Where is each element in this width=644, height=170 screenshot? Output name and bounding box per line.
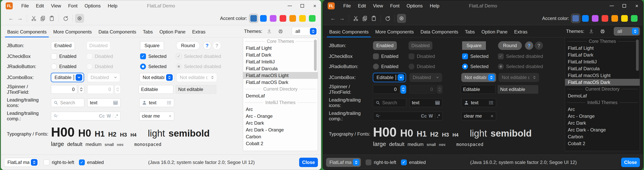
- theme-item[interactable]: DemoLaf: [565, 92, 640, 99]
- accent-swatch-default[interactable]: [572, 15, 579, 22]
- close-dialog-button[interactable]: Close: [299, 158, 318, 167]
- spinner-stepper[interactable]: [78, 85, 84, 94]
- menu-options[interactable]: Options: [82, 2, 104, 10]
- checkbox-selected[interactable]: ✓ Selected: [462, 53, 498, 59]
- match-case-button[interactable]: Cc: [99, 113, 105, 119]
- forward-button[interactable]: →: [16, 14, 24, 23]
- accent-swatch-purple[interactable]: [270, 15, 276, 22]
- search-dropdown-icon[interactable]: [54, 113, 58, 119]
- checkbox-selected[interactable]: ✓ Selected: [140, 53, 176, 59]
- menu-help[interactable]: Help: [427, 2, 442, 10]
- menu-view[interactable]: View: [48, 2, 64, 10]
- tab-option-pane[interactable]: Option Pane: [479, 27, 510, 37]
- theme-item[interactable]: FlatLaf IntelliJ: [565, 58, 640, 65]
- inspect-toggle-button[interactable]: [397, 14, 406, 23]
- list-icon[interactable]: [166, 100, 172, 105]
- theme-item[interactable]: FlatLaf Darcula: [565, 65, 640, 72]
- editable-textfield[interactable]: Editable: [138, 85, 173, 94]
- accent-swatch-purple[interactable]: [592, 15, 598, 22]
- theme-item[interactable]: FlatLaf Dark: [565, 51, 640, 58]
- theme-item[interactable]: FlatLaf Darcula: [243, 65, 318, 72]
- menu-font[interactable]: Font: [66, 2, 80, 10]
- accent-swatch-default[interactable]: [250, 15, 257, 22]
- user-field[interactable]: text: [139, 98, 174, 107]
- theme-item[interactable]: FlatLaf Light: [243, 45, 318, 51]
- accent-swatch-red[interactable]: [280, 15, 286, 22]
- search-field[interactable]: Search: [373, 98, 406, 107]
- help-button[interactable]: ?: [525, 42, 533, 50]
- back-button[interactable]: ←: [328, 14, 338, 23]
- accent-swatch-red[interactable]: [602, 15, 608, 22]
- tab-data-components[interactable]: Data Components: [96, 27, 139, 37]
- theme-item[interactable]: DemoLaf: [243, 92, 318, 99]
- calendar-icon[interactable]: [113, 100, 118, 105]
- date-field[interactable]: text: [87, 98, 120, 107]
- minimize-button[interactable]: [606, 0, 618, 12]
- help-button[interactable]: ?: [203, 42, 211, 50]
- editable-combobox[interactable]: Editable: [51, 73, 84, 82]
- not-editable-combobox[interactable]: Not editable: [461, 73, 496, 82]
- paste-button[interactable]: [369, 14, 378, 23]
- spinner-stepper[interactable]: [400, 85, 406, 94]
- enabled-checkbox[interactable]: ✓ enabled: [79, 159, 104, 165]
- close-dialog-button[interactable]: Close: [621, 158, 640, 167]
- tab-tabs[interactable]: Tabs: [140, 27, 156, 37]
- theme-item[interactable]: Arc: [565, 106, 640, 113]
- theme-item[interactable]: Arc Dark: [565, 119, 640, 126]
- theme-item[interactable]: Arc Dark: [243, 119, 318, 126]
- regex-button[interactable]: .*: [115, 113, 118, 119]
- checkbox-enabled[interactable]: Enabled: [373, 53, 408, 59]
- tab-more-components[interactable]: More Components: [50, 27, 94, 37]
- whole-word-button[interactable]: W: [429, 113, 433, 119]
- list-icon[interactable]: [488, 100, 494, 105]
- theme-item-selected[interactable]: FlatLaf macOS Dark: [565, 79, 640, 86]
- round-button[interactable]: Round: [498, 41, 522, 50]
- checkbox-enabled[interactable]: Enabled: [51, 53, 86, 59]
- cut-button[interactable]: [29, 14, 38, 23]
- right-to-left-checkbox[interactable]: right-to-left: [44, 159, 74, 165]
- accent-swatch-blue[interactable]: [260, 15, 267, 22]
- whole-word-button[interactable]: W: [107, 113, 111, 119]
- copy-button[interactable]: [38, 14, 47, 23]
- download-button[interactable]: [587, 27, 596, 36]
- themes-filter-select[interactable]: all: [292, 27, 318, 36]
- accent-swatch-blue[interactable]: [582, 15, 589, 22]
- theme-item[interactable]: Arc - Orange: [243, 113, 318, 119]
- minimize-button[interactable]: [284, 0, 296, 12]
- round-button[interactable]: Round: [176, 41, 200, 50]
- close-button[interactable]: ×: [308, 0, 321, 12]
- theme-item[interactable]: FlatLaf macOS Dark: [243, 79, 318, 86]
- themes-filter-select[interactable]: all: [614, 27, 640, 36]
- not-editable-combobox[interactable]: Not editable: [139, 73, 174, 82]
- cut-button[interactable]: [351, 14, 360, 23]
- enabled-button[interactable]: Enabled: [51, 41, 75, 50]
- copy-button[interactable]: [360, 14, 369, 23]
- square-button[interactable]: Square: [462, 41, 486, 50]
- enabled-button[interactable]: Enabled: [373, 41, 397, 50]
- accent-swatch-green[interactable]: [631, 15, 638, 22]
- accent-swatch-orange[interactable]: [611, 15, 618, 22]
- clearable-field[interactable]: clear me ×: [139, 112, 174, 120]
- radio-selected[interactable]: Selected: [140, 64, 176, 69]
- search-field[interactable]: Search: [51, 98, 84, 107]
- theme-item[interactable]: Carbon: [565, 133, 640, 140]
- paste-button[interactable]: [47, 14, 56, 23]
- chevron-down-icon[interactable]: [76, 74, 82, 81]
- menu-font[interactable]: Font: [388, 2, 402, 10]
- right-to-left-checkbox[interactable]: right-to-left: [366, 159, 396, 165]
- lookandfeel-select[interactable]: FlatLaf macOS D...: [326, 158, 361, 167]
- editable-textfield[interactable]: Editable: [460, 85, 495, 94]
- menu-view[interactable]: View: [370, 2, 386, 10]
- github-button[interactable]: [598, 27, 607, 36]
- radio-selected[interactable]: Selected: [462, 64, 498, 69]
- theme-item[interactable]: Cobalt 2: [243, 140, 318, 147]
- menu-options[interactable]: Options: [404, 2, 426, 10]
- accent-swatch-green[interactable]: [309, 15, 316, 22]
- accent-swatch-yellow[interactable]: [299, 15, 306, 22]
- search-with-options-field[interactable]: Cc W .*: [51, 112, 120, 120]
- search-dropdown-icon[interactable]: [376, 113, 380, 119]
- accent-swatch-yellow[interactable]: [621, 15, 628, 22]
- scrollbar-thumb[interactable]: [314, 40, 317, 71]
- menu-help[interactable]: Help: [105, 2, 120, 10]
- refresh-button[interactable]: [383, 14, 392, 23]
